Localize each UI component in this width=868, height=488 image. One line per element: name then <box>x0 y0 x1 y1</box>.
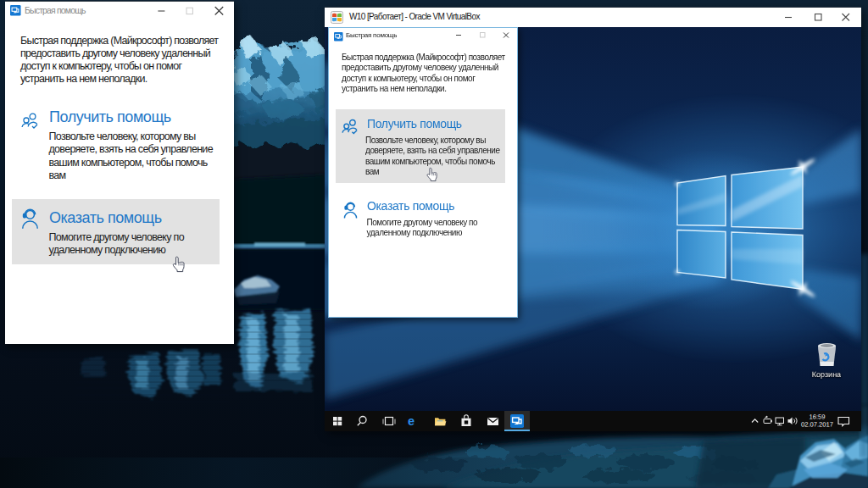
svg-text:e: e <box>408 414 415 428</box>
svg-text:16:59: 16:59 <box>809 413 825 420</box>
svg-text:02.07.2017: 02.07.2017 <box>801 420 833 428</box>
